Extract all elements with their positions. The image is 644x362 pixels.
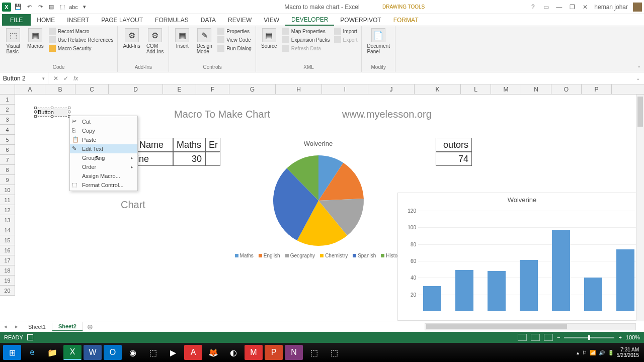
sheet-nav-next[interactable]: ▸ (11, 323, 22, 330)
zoom-out-button[interactable]: − (557, 334, 560, 340)
form-button-control[interactable]: Button (35, 108, 69, 117)
outlook-icon[interactable]: O (104, 345, 122, 360)
sheet-nav-prev[interactable]: ◂ (0, 323, 11, 330)
col-header-J[interactable]: J (368, 84, 415, 94)
resize-handle[interactable] (34, 115, 37, 118)
name-box[interactable]: Button 2▾ (0, 72, 48, 84)
import-button[interactable]: Import (333, 27, 359, 35)
col-header-E[interactable]: E (163, 84, 196, 94)
col-header-M[interactable]: M (491, 84, 521, 94)
source-button[interactable]: ▤Source (259, 27, 279, 50)
normal-view-button[interactable] (518, 334, 527, 341)
undo-icon[interactable]: ↶ (25, 3, 33, 11)
firefox-icon[interactable]: 🦊 (204, 345, 222, 360)
add-sheet-button[interactable]: ⊕ (83, 323, 97, 331)
row-header-4[interactable]: 4 (0, 125, 15, 135)
macros-button[interactable]: ▦Macros (25, 27, 46, 50)
qat-dropdown-icon[interactable]: ▾ (80, 3, 89, 11)
cancel-formula-icon[interactable]: ✕ (53, 75, 58, 82)
pie-chart[interactable]: Wolverine MathsEnglishGeographyChemistry… (224, 140, 413, 276)
app-icon[interactable]: ▶ (164, 345, 182, 360)
adobe-icon[interactable]: A (184, 345, 202, 360)
maximize-icon[interactable]: ❐ (568, 3, 576, 11)
col-header-H[interactable]: H (276, 84, 322, 94)
row-header-3[interactable]: 3 (0, 115, 15, 125)
document-panel-button[interactable]: 📄Document Panel (365, 27, 392, 55)
ie-icon[interactable]: e (23, 345, 41, 360)
row-header-18[interactable]: 18 (0, 265, 15, 276)
help-icon[interactable]: ? (529, 3, 537, 11)
resize-handle[interactable] (34, 107, 37, 109)
insert-control-button[interactable]: ▦Insert (172, 27, 192, 50)
col-header-L[interactable]: L (461, 84, 491, 94)
page-layout-button[interactable] (531, 334, 540, 341)
word-icon[interactable]: W (84, 345, 102, 360)
onenote-icon[interactable]: N (285, 345, 303, 360)
properties-button[interactable]: Properties (216, 27, 252, 35)
user-avatar-icon[interactable] (633, 3, 642, 12)
tab-powerpivot[interactable]: POWERPIVOT (334, 14, 387, 26)
row-header-10[interactable]: 10 (0, 185, 15, 195)
expand-formula-icon[interactable]: ⌄ (636, 75, 644, 81)
ctx-paste[interactable]: 📋Paste (70, 135, 137, 144)
macro-record-icon[interactable] (27, 334, 33, 340)
col-header-N[interactable]: N (521, 84, 551, 94)
sheet-tab-1[interactable]: Sheet1 (22, 323, 52, 331)
ctx-cut[interactable]: ✂Cut (70, 117, 137, 126)
row-header-15[interactable]: 15 (0, 235, 15, 245)
col-header-A[interactable]: A (15, 84, 45, 94)
app-icon[interactable]: ◐ (224, 345, 243, 360)
worksheet-grid[interactable]: ABCDEFGHIJKLMNOP 12345678910111213141516… (0, 84, 644, 321)
start-button[interactable]: ⊞ (3, 345, 21, 360)
formula-input[interactable] (86, 72, 636, 84)
row-header-17[interactable]: 17 (0, 255, 15, 265)
sheet-tab-2[interactable]: Sheet2 (52, 322, 83, 331)
qat-icon[interactable]: ⬚ (58, 3, 66, 11)
resize-handle[interactable] (51, 107, 53, 109)
tab-data[interactable]: DATA (195, 14, 222, 26)
user-name[interactable]: heman johar (594, 4, 628, 11)
tab-file[interactable]: FILE (2, 14, 31, 26)
qat-dropdown-icon[interactable]: abc (69, 3, 77, 11)
addins-button[interactable]: ⚙Add-Ins (121, 27, 142, 50)
cells-area[interactable]: Macro To Make Chart www.myelesson.org en… (15, 95, 636, 321)
row-header-13[interactable]: 13 (0, 215, 15, 225)
chrome-icon[interactable]: ◉ (124, 345, 142, 360)
map-props-button[interactable]: Map Properties (281, 27, 331, 35)
row-header-20[interactable]: 20 (0, 286, 15, 296)
tab-page-layout[interactable]: PAGE LAYOUT (95, 14, 149, 26)
page-break-button[interactable] (544, 334, 553, 341)
tab-review[interactable]: REVIEW (222, 14, 258, 26)
ribbon-options-icon[interactable]: ▭ (542, 3, 550, 11)
scroll-thumb[interactable] (426, 324, 567, 329)
scroll-thumb[interactable] (637, 97, 643, 127)
resize-handle[interactable] (51, 115, 53, 118)
row-header-11[interactable]: 11 (0, 195, 15, 205)
tab-view[interactable]: VIEW (258, 14, 285, 26)
ctx-edit-text[interactable]: ✎Edit Text (70, 144, 137, 153)
taskbar-clock[interactable]: 7:31 AM 5/23/2015 (617, 347, 639, 358)
col-header-C[interactable]: C (75, 84, 109, 94)
explorer-icon[interactable]: 📁 (43, 345, 61, 360)
row-header-7[interactable]: 7 (0, 155, 15, 165)
col-header-F[interactable]: F (196, 84, 229, 94)
col-header-D[interactable]: D (109, 84, 163, 94)
col-header-K[interactable]: K (415, 84, 461, 94)
tab-insert[interactable]: INSERT (61, 14, 95, 26)
row-header-8[interactable]: 8 (0, 165, 15, 175)
expansion-button[interactable]: Expansion Packs (281, 36, 331, 44)
ctx-copy[interactable]: ⎘Copy (70, 126, 137, 135)
row-header-19[interactable]: 19 (0, 276, 15, 286)
ctx-format-control[interactable]: ⬚Format Control... (70, 180, 137, 190)
horizontal-scrollbar[interactable] (425, 323, 636, 330)
bar-chart[interactable]: Wolverine 20406080100120 (397, 193, 644, 321)
zoom-level[interactable]: 100% (626, 334, 640, 340)
fx-icon[interactable]: fx (73, 75, 81, 82)
ctx-assign-macro[interactable]: Assign Macro... (70, 171, 137, 180)
app-icon[interactable]: ⬚ (305, 345, 323, 360)
app-icon[interactable]: M (245, 345, 263, 360)
save-icon[interactable]: 💾 (14, 3, 22, 11)
tray-up-icon[interactable]: ▴ (577, 350, 579, 355)
app-icon[interactable]: ⬚ (144, 345, 162, 360)
minimize-icon[interactable]: — (555, 3, 563, 11)
